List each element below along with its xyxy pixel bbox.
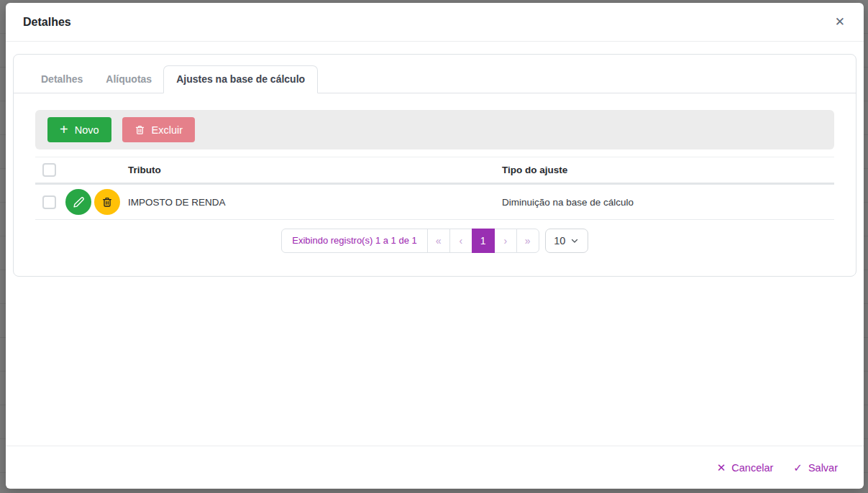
novo-button[interactable]: + Novo [47,117,111,142]
close-icon[interactable]: ✕ [835,16,845,28]
modal-body: Detalhes Alíquotas Ajustes na base de cá… [6,42,864,446]
ajustes-table: Tributo Tipo do ajuste [35,157,834,220]
cancel-x-icon: ✕ [717,462,726,473]
edit-row-button[interactable] [65,189,91,215]
tributo-cell: IMPOSTO DE RENDA [128,184,502,220]
last-page-button[interactable]: » [516,229,539,253]
modal-footer: ✕ Cancelar ✓ Salvar [6,446,864,489]
salvar-button-label: Salvar [808,462,838,474]
tipo-column-header: Tipo do ajuste [502,157,834,184]
actions-column-header [65,157,128,184]
novo-button-label: Novo [75,124,99,136]
pagination: Exibindo registro(s) 1 a 1 de 1 « ‹ 1 › … [35,229,834,253]
delete-row-button[interactable] [94,189,120,215]
next-page-button[interactable]: › [494,229,517,253]
tab-detalhes[interactable]: Detalhes [29,66,94,93]
salvar-button[interactable]: ✓ Salvar [793,462,838,474]
check-icon: ✓ [793,462,803,473]
detalhes-modal: Detalhes ✕ Detalhes Alíquotas Ajustes na… [6,3,864,489]
plus-icon: + [60,122,68,137]
row-actions [65,189,128,215]
table-row: IMPOSTO DE RENDA Diminuição na base de c… [35,184,834,220]
modal-title: Detalhes [23,16,71,29]
excluir-button[interactable]: Excluir [122,117,196,142]
tab-content: + Novo Excluir [14,93,856,253]
trash-icon [101,196,113,208]
cancelar-button[interactable]: ✕ Cancelar [717,462,774,474]
tributo-column-header: Tributo [128,157,502,184]
page-size-select[interactable]: 10 [545,229,588,253]
page-1-button[interactable]: 1 [472,229,495,253]
pagination-summary: Exibindo registro(s) 1 a 1 de 1 [281,229,427,253]
prev-page-button[interactable]: ‹ [449,229,472,253]
select-all-checkbox[interactable] [42,163,56,177]
table-header-row: Tributo Tipo do ajuste [35,157,834,184]
row-checkbox[interactable] [42,195,56,209]
tab-aliquotas[interactable]: Alíquotas [94,66,163,93]
chevron-down-icon [570,236,579,245]
page-size-value: 10 [554,235,565,247]
trash-icon [134,124,145,135]
tab-bar: Detalhes Alíquotas Ajustes na base de cá… [14,55,856,93]
modal-header: Detalhes ✕ [6,3,864,42]
excluir-button-label: Excluir [152,124,183,136]
tab-ajustes-na-base-de-calculo[interactable]: Ajustes na base de cálculo [163,65,318,93]
tipo-cell: Diminuição na base de cálculo [502,184,834,220]
content-card: Detalhes Alíquotas Ajustes na base de cá… [13,54,856,277]
pencil-icon [73,196,85,208]
toolbar: + Novo Excluir [35,110,834,149]
first-page-button[interactable]: « [427,229,450,253]
cancelar-button-label: Cancelar [731,462,773,474]
